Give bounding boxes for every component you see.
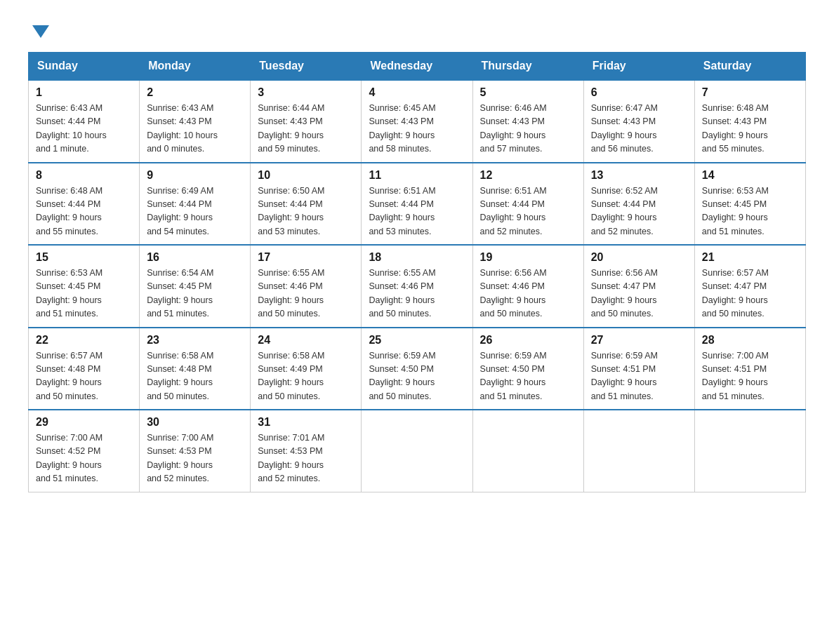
day-info: Sunrise: 6:47 AMSunset: 4:43 PMDaylight:… [591, 102, 687, 156]
calendar-cell: 28 Sunrise: 7:00 AMSunset: 4:51 PMDaylig… [694, 328, 805, 410]
calendar-cell: 21 Sunrise: 6:57 AMSunset: 4:47 PMDaylig… [694, 245, 805, 328]
day-info: Sunrise: 6:54 AMSunset: 4:45 PMDaylight:… [147, 267, 243, 321]
day-number: 7 [702, 86, 798, 99]
day-number: 15 [36, 251, 132, 264]
day-info: Sunrise: 7:00 AMSunset: 4:51 PMDaylight:… [702, 349, 798, 404]
day-info: Sunrise: 6:59 AMSunset: 4:50 PMDaylight:… [369, 349, 465, 404]
day-number: 29 [36, 416, 132, 429]
calendar-cell: 24 Sunrise: 6:58 AMSunset: 4:49 PMDaylig… [251, 328, 362, 410]
calendar-cell: 15 Sunrise: 6:53 AMSunset: 4:45 PMDaylig… [29, 245, 140, 328]
calendar-cell: 14 Sunrise: 6:53 AMSunset: 4:45 PMDaylig… [694, 163, 805, 246]
day-info: Sunrise: 6:55 AMSunset: 4:46 PMDaylight:… [369, 267, 465, 321]
week-row-3: 15 Sunrise: 6:53 AMSunset: 4:45 PMDaylig… [29, 245, 806, 328]
day-number: 20 [591, 251, 687, 264]
day-number: 18 [369, 251, 465, 264]
weekday-header-tuesday: Tuesday [251, 53, 362, 81]
day-info: Sunrise: 6:57 AMSunset: 4:47 PMDaylight:… [702, 267, 798, 321]
day-number: 4 [369, 86, 465, 99]
calendar-cell: 17 Sunrise: 6:55 AMSunset: 4:46 PMDaylig… [251, 245, 362, 328]
day-number: 23 [147, 334, 243, 347]
calendar-cell: 29 Sunrise: 7:00 AMSunset: 4:52 PMDaylig… [29, 410, 140, 492]
day-info: Sunrise: 6:48 AMSunset: 4:43 PMDaylight:… [702, 102, 798, 156]
calendar-cell: 31 Sunrise: 7:01 AMSunset: 4:53 PMDaylig… [251, 410, 362, 492]
day-info: Sunrise: 6:53 AMSunset: 4:45 PMDaylight:… [36, 267, 132, 321]
day-info: Sunrise: 7:00 AMSunset: 4:52 PMDaylight:… [36, 431, 132, 486]
day-number: 10 [258, 169, 354, 182]
day-number: 22 [36, 334, 132, 347]
calendar-cell: 13 Sunrise: 6:52 AMSunset: 4:44 PMDaylig… [583, 163, 694, 246]
day-info: Sunrise: 6:48 AMSunset: 4:44 PMDaylight:… [36, 185, 132, 239]
day-info: Sunrise: 7:01 AMSunset: 4:53 PMDaylight:… [258, 431, 354, 486]
calendar-cell: 9 Sunrise: 6:49 AMSunset: 4:44 PMDayligh… [140, 163, 251, 246]
calendar-cell: 18 Sunrise: 6:55 AMSunset: 4:46 PMDaylig… [362, 245, 472, 328]
day-number: 6 [591, 86, 687, 99]
calendar-cell [362, 410, 472, 492]
calendar-cell [583, 410, 694, 492]
calendar-cell: 20 Sunrise: 6:56 AMSunset: 4:47 PMDaylig… [583, 245, 694, 328]
day-number: 3 [258, 86, 354, 99]
calendar-table: SundayMondayTuesdayWednesdayThursdayFrid… [28, 52, 806, 492]
day-info: Sunrise: 6:59 AMSunset: 4:50 PMDaylight:… [480, 349, 576, 404]
day-number: 11 [369, 169, 465, 182]
logo-triangle-icon [32, 25, 49, 38]
day-info: Sunrise: 6:56 AMSunset: 4:46 PMDaylight:… [480, 267, 576, 321]
day-info: Sunrise: 6:45 AMSunset: 4:43 PMDaylight:… [369, 102, 465, 156]
day-number: 26 [480, 334, 576, 347]
day-number: 9 [147, 169, 243, 182]
day-number: 12 [480, 169, 576, 182]
day-number: 19 [480, 251, 576, 264]
calendar-cell: 22 Sunrise: 6:57 AMSunset: 4:48 PMDaylig… [29, 328, 140, 410]
day-number: 31 [258, 416, 354, 429]
calendar-cell: 19 Sunrise: 6:56 AMSunset: 4:46 PMDaylig… [472, 245, 583, 328]
day-info: Sunrise: 6:58 AMSunset: 4:49 PMDaylight:… [258, 349, 354, 404]
week-row-2: 8 Sunrise: 6:48 AMSunset: 4:44 PMDayligh… [29, 163, 806, 246]
day-info: Sunrise: 6:44 AMSunset: 4:43 PMDaylight:… [258, 102, 354, 156]
weekday-header-friday: Friday [583, 53, 694, 81]
calendar-cell: 26 Sunrise: 6:59 AMSunset: 4:50 PMDaylig… [472, 328, 583, 410]
day-number: 17 [258, 251, 354, 264]
day-number: 1 [36, 86, 132, 99]
day-info: Sunrise: 6:52 AMSunset: 4:44 PMDaylight:… [591, 185, 687, 239]
day-info: Sunrise: 6:50 AMSunset: 4:44 PMDaylight:… [258, 185, 354, 239]
calendar-cell: 11 Sunrise: 6:51 AMSunset: 4:44 PMDaylig… [362, 163, 472, 246]
weekday-header-saturday: Saturday [694, 53, 805, 81]
weekday-header-wednesday: Wednesday [362, 53, 472, 81]
calendar-cell: 8 Sunrise: 6:48 AMSunset: 4:44 PMDayligh… [29, 163, 140, 246]
weekday-header-row: SundayMondayTuesdayWednesdayThursdayFrid… [29, 53, 806, 81]
day-info: Sunrise: 6:43 AMSunset: 4:43 PMDaylight:… [147, 102, 243, 156]
calendar-cell: 5 Sunrise: 6:46 AMSunset: 4:43 PMDayligh… [472, 80, 583, 163]
calendar-cell: 10 Sunrise: 6:50 AMSunset: 4:44 PMDaylig… [251, 163, 362, 246]
day-info: Sunrise: 6:59 AMSunset: 4:51 PMDaylight:… [591, 349, 687, 404]
day-number: 5 [480, 86, 576, 99]
calendar-cell: 12 Sunrise: 6:51 AMSunset: 4:44 PMDaylig… [472, 163, 583, 246]
day-number: 30 [147, 416, 243, 429]
weekday-header-sunday: Sunday [29, 53, 140, 81]
calendar-cell [694, 410, 805, 492]
day-info: Sunrise: 6:53 AMSunset: 4:45 PMDaylight:… [702, 185, 798, 239]
day-number: 24 [258, 334, 354, 347]
day-number: 13 [591, 169, 687, 182]
calendar-cell: 3 Sunrise: 6:44 AMSunset: 4:43 PMDayligh… [251, 80, 362, 163]
page-header [28, 21, 806, 38]
logo [28, 21, 49, 38]
logo-blue-row [28, 21, 49, 38]
calendar-cell [472, 410, 583, 492]
weekday-header-monday: Monday [140, 53, 251, 81]
calendar-cell: 16 Sunrise: 6:54 AMSunset: 4:45 PMDaylig… [140, 245, 251, 328]
calendar-cell: 6 Sunrise: 6:47 AMSunset: 4:43 PMDayligh… [583, 80, 694, 163]
day-number: 25 [369, 334, 465, 347]
day-info: Sunrise: 6:56 AMSunset: 4:47 PMDaylight:… [591, 267, 687, 321]
calendar-cell: 4 Sunrise: 6:45 AMSunset: 4:43 PMDayligh… [362, 80, 472, 163]
day-number: 21 [702, 251, 798, 264]
day-info: Sunrise: 6:57 AMSunset: 4:48 PMDaylight:… [36, 349, 132, 404]
day-number: 28 [702, 334, 798, 347]
day-info: Sunrise: 6:46 AMSunset: 4:43 PMDaylight:… [480, 102, 576, 156]
week-row-5: 29 Sunrise: 7:00 AMSunset: 4:52 PMDaylig… [29, 410, 806, 492]
calendar-cell: 30 Sunrise: 7:00 AMSunset: 4:53 PMDaylig… [140, 410, 251, 492]
day-info: Sunrise: 6:55 AMSunset: 4:46 PMDaylight:… [258, 267, 354, 321]
week-row-4: 22 Sunrise: 6:57 AMSunset: 4:48 PMDaylig… [29, 328, 806, 410]
day-number: 2 [147, 86, 243, 99]
calendar-cell: 25 Sunrise: 6:59 AMSunset: 4:50 PMDaylig… [362, 328, 472, 410]
calendar-cell: 1 Sunrise: 6:43 AMSunset: 4:44 PMDayligh… [29, 80, 140, 163]
day-info: Sunrise: 6:51 AMSunset: 4:44 PMDaylight:… [480, 185, 576, 239]
